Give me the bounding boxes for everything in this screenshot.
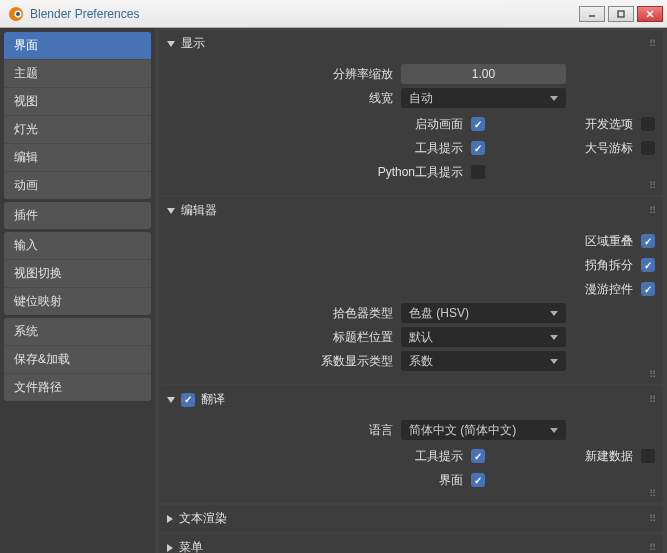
chevron-down-icon bbox=[550, 311, 558, 316]
line-width-select[interactable]: 自动 bbox=[401, 88, 566, 108]
chevron-down-icon bbox=[167, 41, 175, 47]
chevron-down-icon bbox=[550, 359, 558, 364]
titlebar: Blender Preferences bbox=[0, 0, 667, 28]
grip-icon[interactable]: ⠿ bbox=[649, 38, 657, 49]
label-python-tooltips: Python工具提示 bbox=[378, 164, 463, 181]
chevron-down-icon bbox=[550, 96, 558, 101]
sidebar-item-saveload[interactable]: 保存&加载 bbox=[4, 346, 151, 374]
sidebar-item-keymap[interactable]: 键位映射 bbox=[4, 288, 151, 315]
trans-newdata-checkbox[interactable] bbox=[641, 449, 655, 463]
label-region-overlap: 区域重叠 bbox=[585, 233, 633, 250]
label-splash: 启动画面 bbox=[415, 116, 463, 133]
grip-icon[interactable]: ⠿ bbox=[649, 205, 657, 216]
label-nav-controls: 漫游控件 bbox=[585, 281, 633, 298]
grip-icon[interactable]: ⠿ bbox=[649, 180, 657, 191]
panel-translation: 翻译 ⠿ 语言 简体中文 (简体中文) 工具提示 界面 新建数据 ⠿ bbox=[159, 386, 663, 503]
sidebar-item-filepaths[interactable]: 文件路径 bbox=[4, 374, 151, 401]
label-factor-display: 系数显示类型 bbox=[167, 353, 401, 370]
svg-point-2 bbox=[16, 12, 20, 16]
label-language: 语言 bbox=[167, 422, 401, 439]
panel-header-text-rendering[interactable]: 文本渲染 ⠿ bbox=[159, 505, 663, 532]
grip-icon[interactable]: ⠿ bbox=[649, 394, 657, 405]
dev-extras-checkbox[interactable] bbox=[641, 117, 655, 131]
panel-title: 显示 bbox=[181, 35, 205, 52]
header-pos-select[interactable]: 默认 bbox=[401, 327, 566, 347]
sidebar-item-system[interactable]: 系统 bbox=[4, 318, 151, 346]
label-tooltips: 工具提示 bbox=[415, 140, 463, 157]
panel-header-translation[interactable]: 翻译 ⠿ bbox=[159, 386, 663, 413]
corner-split-checkbox[interactable] bbox=[641, 258, 655, 272]
region-overlap-checkbox[interactable] bbox=[641, 234, 655, 248]
chevron-down-icon bbox=[550, 428, 558, 433]
panel-display: 显示 ⠿ 分辨率缩放 线宽 自动 启动画面 工具提示 Python工具提示 bbox=[159, 30, 663, 195]
resolution-scale-input[interactable] bbox=[401, 64, 566, 84]
grip-icon[interactable]: ⠿ bbox=[649, 488, 657, 499]
label-trans-tooltips: 工具提示 bbox=[415, 448, 463, 465]
factor-display-select[interactable]: 系数 bbox=[401, 351, 566, 371]
sidebar-item-editing[interactable]: 编辑 bbox=[4, 144, 151, 172]
label-dev-extras: 开发选项 bbox=[585, 116, 633, 133]
nav-controls-checkbox[interactable] bbox=[641, 282, 655, 296]
panel-title: 文本渲染 bbox=[179, 510, 227, 527]
label-trans-newdata: 新建数据 bbox=[585, 448, 633, 465]
chevron-right-icon bbox=[167, 515, 173, 523]
splash-checkbox[interactable] bbox=[471, 117, 485, 131]
trans-tooltips-checkbox[interactable] bbox=[471, 449, 485, 463]
sidebar-item-viewport[interactable]: 视图 bbox=[4, 88, 151, 116]
grip-icon[interactable]: ⠿ bbox=[649, 369, 657, 380]
sidebar-item-navigation[interactable]: 视图切换 bbox=[4, 260, 151, 288]
grip-icon[interactable]: ⠿ bbox=[649, 542, 657, 553]
minimize-button[interactable] bbox=[579, 6, 605, 22]
chevron-down-icon bbox=[550, 335, 558, 340]
sidebar-item-interface[interactable]: 界面 bbox=[4, 32, 151, 60]
python-tooltips-checkbox[interactable] bbox=[471, 165, 485, 179]
panel-header-menus[interactable]: 菜单 ⠿ bbox=[159, 534, 663, 553]
label-color-picker: 拾色器类型 bbox=[167, 305, 401, 322]
sidebar-item-animation[interactable]: 动画 bbox=[4, 172, 151, 199]
blender-logo-icon bbox=[8, 6, 24, 22]
close-button[interactable] bbox=[637, 6, 663, 22]
sidebar-item-input[interactable]: 输入 bbox=[4, 232, 151, 260]
tooltips-checkbox[interactable] bbox=[471, 141, 485, 155]
chevron-down-icon bbox=[167, 397, 175, 403]
translation-enable-checkbox[interactable] bbox=[181, 393, 195, 407]
window-title: Blender Preferences bbox=[30, 7, 579, 21]
chevron-down-icon bbox=[167, 208, 175, 214]
label-trans-interface: 界面 bbox=[439, 472, 463, 489]
panel-text-rendering: 文本渲染 ⠿ bbox=[159, 505, 663, 532]
label-large-cursor: 大号游标 bbox=[585, 140, 633, 157]
language-select[interactable]: 简体中文 (简体中文) bbox=[401, 420, 566, 440]
sidebar: 界面 主题 视图 灯光 编辑 动画 插件 输入 视图切换 键位映射 系统 保存&… bbox=[0, 28, 155, 553]
trans-interface-checkbox[interactable] bbox=[471, 473, 485, 487]
color-picker-select[interactable]: 色盘 (HSV) bbox=[401, 303, 566, 323]
label-line-width: 线宽 bbox=[167, 90, 401, 107]
panel-title: 编辑器 bbox=[181, 202, 217, 219]
sidebar-item-addons[interactable]: 插件 bbox=[4, 202, 151, 229]
panel-menus: 菜单 ⠿ bbox=[159, 534, 663, 553]
label-header-pos: 标题栏位置 bbox=[167, 329, 401, 346]
panel-title: 翻译 bbox=[201, 391, 225, 408]
large-cursor-checkbox[interactable] bbox=[641, 141, 655, 155]
maximize-button[interactable] bbox=[608, 6, 634, 22]
label-resolution-scale: 分辨率缩放 bbox=[167, 66, 401, 83]
sidebar-item-themes[interactable]: 主题 bbox=[4, 60, 151, 88]
panel-header-editor[interactable]: 编辑器 ⠿ bbox=[159, 197, 663, 224]
panel-editor: 编辑器 ⠿ 区域重叠 拐角拆分 漫游控件 拾色器类型 色盘 (HSV) 标题栏位… bbox=[159, 197, 663, 384]
label-corner-split: 拐角拆分 bbox=[585, 257, 633, 274]
main-content: 显示 ⠿ 分辨率缩放 线宽 自动 启动画面 工具提示 Python工具提示 bbox=[155, 28, 667, 553]
panel-title: 菜单 bbox=[179, 539, 203, 553]
chevron-right-icon bbox=[167, 544, 173, 552]
svg-rect-4 bbox=[618, 11, 624, 17]
grip-icon[interactable]: ⠿ bbox=[649, 513, 657, 524]
panel-header-display[interactable]: 显示 ⠿ bbox=[159, 30, 663, 57]
sidebar-item-lights[interactable]: 灯光 bbox=[4, 116, 151, 144]
